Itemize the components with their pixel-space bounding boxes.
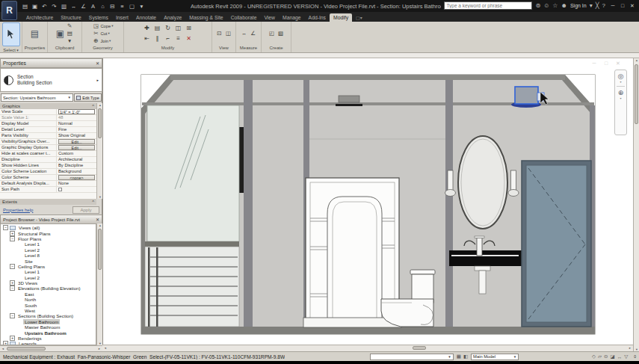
graphics-group-header[interactable]: Graphics^ — [0, 103, 96, 109]
roof-band[interactable] — [170, 75, 565, 80]
panel-label-clipboard[interactable]: Clipboard — [48, 45, 81, 52]
graphics-display-icon[interactable]: ⊡ — [216, 30, 223, 37]
redo-icon[interactable]: ↷ — [50, 2, 58, 10]
tree-item-east[interactable]: East — [23, 291, 35, 297]
copy-to-clipboard-icon[interactable]: ▤ — [66, 30, 73, 37]
floor-line[interactable] — [141, 327, 595, 334]
tree-item-south[interactable]: South — [23, 303, 38, 308]
tab-insert[interactable]: Insert — [112, 13, 132, 22]
expand-icon[interactable]: + — [10, 280, 15, 286]
search-binoculars-icon[interactable]: ⊚ — [535, 2, 540, 9]
browser-hscrollbar[interactable]: ◂ ▸ — [0, 345, 102, 351]
join-button[interactable]: ⊕Join▾ — [92, 37, 113, 44]
view-restore-icon[interactable]: □ — [602, 61, 611, 67]
panel-label-measure[interactable]: Measure — [236, 45, 261, 52]
measure-distance-icon[interactable]: ↔ — [241, 30, 248, 37]
tab-systems[interactable]: Systems — [85, 13, 112, 22]
canvas-vscrollbar[interactable]: ▴ ▾ — [633, 58, 639, 351]
help-icon[interactable]: ? — [602, 2, 605, 9]
collapse-icon[interactable]: − — [10, 264, 15, 269]
chevron-down-icon[interactable]: ▾ — [620, 97, 621, 100]
paste-icon[interactable]: ▣ — [56, 28, 64, 39]
trim-icon[interactable]: ⌐ — [163, 34, 173, 43]
tree-item-level-2[interactable]: Level 2 — [23, 275, 41, 280]
scrollbar-thumb[interactable] — [635, 64, 638, 124]
scrollbar-thumb[interactable] — [413, 346, 426, 350]
browser-scrollbar[interactable]: ▴ ▾ — [96, 223, 102, 345]
measure-angle-icon[interactable]: ∠ — [250, 30, 257, 37]
navigation-bar[interactable]: ◎ ▾ ⊕ ▾ — [614, 70, 627, 135]
save-icon[interactable]: ▣ — [31, 2, 39, 10]
shower-door[interactable] — [522, 161, 591, 327]
switch-windows-icon[interactable]: ▢ — [128, 2, 136, 10]
align-icon[interactable]: ⇤ — [142, 34, 152, 43]
status-combo[interactable]: ▼ — [370, 354, 454, 360]
type-preview[interactable]: Section Building Section ▸ — [0, 68, 102, 92]
ribbon-display-toggle-icon[interactable]: ▢▾ — [356, 15, 362, 22]
worksets-icon[interactable]: ▦ — [457, 354, 461, 360]
text-icon[interactable]: A — [89, 2, 97, 10]
design-options-icon[interactable]: ◧ — [463, 354, 468, 360]
drawing-area[interactable]: ─□✕ ◎ ▾ ⊕ ▾ — [102, 58, 633, 345]
tab-massing-site[interactable]: Massing & Site — [185, 13, 226, 22]
tree-item-level-1[interactable]: Level 1 — [23, 241, 41, 247]
measure-icon[interactable]: ↔ — [70, 2, 78, 10]
split-icon[interactable]: ∥ — [152, 34, 162, 43]
tree-item-elevations-building-elevation-[interactable]: Elevations (Building Elevation) — [16, 286, 82, 291]
tree-item-north[interactable]: North — [23, 297, 37, 302]
close-icon[interactable]: ✕ — [96, 61, 99, 66]
move-icon[interactable]: ✚ — [142, 23, 152, 33]
copy-icon[interactable]: ▤ — [152, 23, 162, 33]
vanity-counter[interactable] — [449, 250, 522, 266]
expand-icon[interactable]: + — [10, 336, 15, 341]
maximize-icon[interactable]: □ — [618, 3, 627, 9]
customize-qat-icon[interactable]: ▾ — [138, 2, 146, 10]
exchange-apps-icon[interactable]: ╳ — [596, 2, 599, 9]
view-minimize-icon[interactable]: ─ — [590, 61, 599, 67]
modify-tool-button[interactable] — [2, 22, 20, 46]
tab-modify[interactable]: Modify — [330, 13, 352, 22]
collapse-icon[interactable]: − — [3, 225, 8, 230]
tree-item-level-1[interactable]: Level 1 — [23, 269, 41, 274]
select-pinned-icon[interactable]: ⊙ — [604, 354, 608, 360]
tree-item-structural-plans[interactable]: Structural Plans — [16, 231, 52, 236]
wall[interactable] — [244, 80, 253, 328]
open-icon[interactable]: ▤ — [21, 2, 29, 10]
stair-railing[interactable] — [145, 247, 239, 327]
signin-dropdown-icon[interactable]: ▾ — [590, 2, 593, 9]
tree-item-floor-plans[interactable]: Floor Plans — [16, 236, 43, 241]
section-icon[interactable]: ⊟ — [108, 2, 117, 10]
revit-logo-icon[interactable]: R — [1, 1, 17, 20]
select-links-icon[interactable]: ◇ — [592, 354, 596, 360]
expand-icon[interactable]: + — [10, 231, 15, 236]
signin-user-icon[interactable]: ☻ — [561, 2, 567, 9]
array-icon[interactable]: ⊞ — [184, 23, 194, 33]
paste-options-icon[interactable]: ▾ — [66, 37, 73, 44]
tab-view[interactable]: View — [260, 13, 279, 22]
panel-label-create[interactable]: Create — [262, 45, 291, 52]
tree-item-site[interactable]: Site — [23, 259, 34, 264]
wall-left-edge[interactable] — [141, 108, 145, 334]
subscription-user-icon[interactable]: ☺ — [543, 2, 549, 9]
favorites-star-icon[interactable]: ☆ — [552, 2, 558, 9]
hide-elements-icon[interactable]: ◫ — [225, 30, 232, 37]
type-selector[interactable]: Section: Upstairs Bathroom▼ — [1, 93, 73, 102]
tree-item-west[interactable]: West — [23, 308, 37, 313]
properties-scrollbar[interactable]: ▴ ▾ — [96, 103, 102, 199]
collapse-icon[interactable]: − — [10, 313, 15, 318]
tab-manage[interactable]: Manage — [279, 13, 305, 22]
default-3d-view-icon[interactable]: ⌂ — [99, 2, 107, 10]
tree-item-upstairs-bathroom[interactable]: Upstairs Bathroom — [23, 330, 68, 336]
panel-label-properties[interactable]: Properties — [22, 45, 47, 52]
view-close-icon[interactable]: ✕ — [614, 61, 623, 67]
drag-on-selection-icon[interactable]: ↔ — [617, 354, 623, 360]
apply-button[interactable]: Apply — [72, 206, 99, 214]
collapse-icon[interactable]: − — [10, 286, 15, 291]
panel-label-geometry[interactable]: Geometry — [82, 45, 123, 52]
steering-wheel-icon[interactable]: ◎ — [618, 73, 624, 80]
tree-item-views-all-[interactable]: Views (all) — [17, 225, 41, 230]
search-input[interactable] — [444, 1, 532, 10]
create-similar-icon[interactable]: ▧ — [277, 30, 285, 37]
tab-add-ins[interactable]: Add-Ins — [305, 13, 330, 22]
canvas-hscrollbar[interactable]: ◂ ▸ — [102, 345, 633, 351]
